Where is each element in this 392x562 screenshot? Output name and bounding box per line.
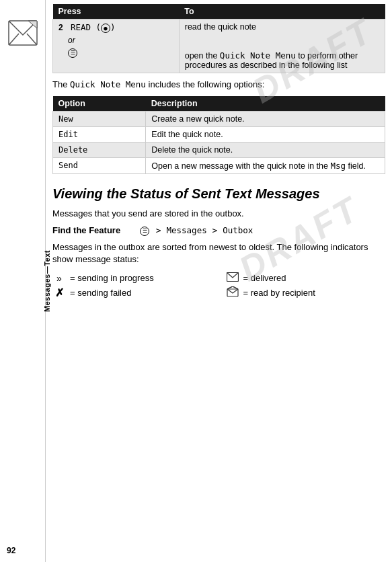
sidebar-label-container: Messages—Text	[0, 0, 46, 562]
press-to-table: Press To 2 READ (●) or ☰ read the quick …	[52, 4, 385, 73]
svg-line-6	[227, 286, 233, 289]
page-number: 92	[7, 546, 15, 555]
option-send: Send	[53, 158, 146, 174]
desc-new: Create a new quick note.	[146, 112, 385, 127]
desc-delete: Delete the quick note.	[146, 143, 385, 158]
section-heading: Viewing the Status of Sent Text Messages	[52, 185, 385, 202]
to-text-read: read the quick note	[185, 22, 379, 32]
option-edit: Edit	[53, 127, 146, 143]
desc-send: Open a new message with the quick note i…	[146, 158, 385, 174]
table-row: 2 READ (●) or ☰ read the quick note open…	[53, 19, 385, 73]
or-label: or	[68, 36, 173, 45]
section-body: Messages in the outbox are sorted from n…	[52, 241, 385, 266]
desc-edit: Edit the quick note.	[146, 127, 385, 143]
read-paren: )	[110, 22, 116, 32]
main-content: DRAFT DRAFT Press To 2 READ (●) or ☰	[46, 0, 392, 313]
path-text: > Messages > Outbox	[156, 225, 253, 235]
menu-icon-small: ☰	[68, 48, 77, 58]
intro-text: The Quick Note Menu includes the followi…	[52, 79, 385, 91]
envelope-icon	[8, 20, 38, 48]
status-item-read: = read by recipient	[226, 286, 386, 299]
find-feature-label: Find the Feature	[52, 225, 140, 235]
read-label: READ (	[71, 22, 101, 32]
description-col-header: Description	[146, 96, 385, 112]
sending-label: = sending in progress	[70, 273, 154, 283]
to-col-header: To	[179, 4, 385, 19]
to-text-menu: open the Quick Note Menu to perform othe…	[185, 50, 379, 70]
status-item-delivered: = delivered	[226, 272, 386, 284]
option-new: New	[53, 112, 146, 127]
delivered-icon	[226, 272, 239, 284]
status-item-sending: » = sending in progress	[52, 272, 212, 284]
status-indicators: » = sending in progress = delivered ✗ = …	[52, 272, 385, 299]
option-col-header: Option	[53, 96, 146, 112]
press-col-header: Press	[53, 4, 180, 19]
table-row: Edit Edit the quick note.	[53, 127, 385, 143]
find-feature-row: Find the Feature ☰ > Messages > Outbox	[52, 225, 385, 236]
menu-icon-path: ☰	[140, 227, 149, 236]
sending-icon: »	[52, 273, 66, 284]
delivered-label: = delivered	[243, 273, 286, 283]
table-row: Send Open a new message with the quick n…	[53, 158, 385, 174]
status-item-failed: ✗ = sending failed	[52, 286, 212, 299]
quick-note-menu-ref: Quick Note Menu	[70, 79, 146, 89]
table-row: New Create a new quick note.	[53, 112, 385, 127]
option-description-table: Option Description New Create a new quic…	[52, 96, 385, 174]
circle-icon: ●	[101, 24, 110, 33]
step-number: 2	[58, 23, 63, 32]
failed-label: = sending failed	[70, 288, 131, 298]
failed-icon: ✗	[52, 286, 66, 299]
press-cell-read: 2 READ (●) or ☰	[53, 19, 180, 73]
svg-line-7	[233, 286, 238, 289]
find-feature-path: ☰ > Messages > Outbox	[140, 225, 253, 236]
sidebar: Messages—Text	[0, 0, 46, 562]
read-label: = read by recipient	[243, 288, 315, 298]
read-icon	[226, 286, 239, 299]
table-row: Delete Delete the quick note.	[53, 143, 385, 158]
to-cell-read: read the quick note open the Quick Note …	[179, 19, 385, 73]
section-intro: Messages that you send are stored in the…	[52, 208, 385, 220]
option-delete: Delete	[53, 143, 146, 158]
